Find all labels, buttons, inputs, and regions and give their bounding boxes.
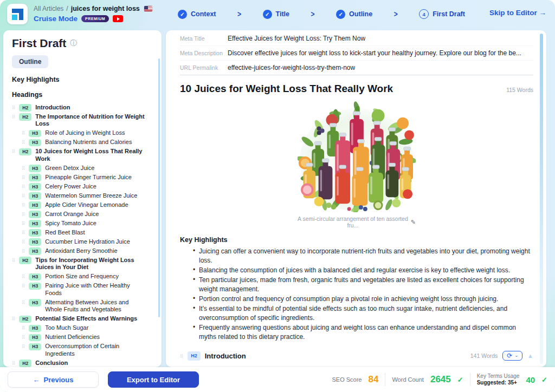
heading-item[interactable]: ⠿H3Green Detox Juice — [22, 164, 156, 173]
drag-handle-icon[interactable]: ⠿ — [12, 360, 15, 367]
drag-handle-icon[interactable]: ⠿ — [22, 273, 25, 280]
heading-item[interactable]: ⠿H3Antioxidant Berry Smoothie — [22, 246, 156, 256]
heading-text: Tips for Incorporating Weight Loss Juice… — [35, 257, 149, 272]
meta-field-value[interactable]: effective-juices-for-weight-loss-try-the… — [228, 64, 355, 71]
collapse-section-icon[interactable]: ▲ — [527, 352, 533, 359]
drag-handle-icon[interactable]: ⠿ — [22, 184, 25, 190]
seo-score-label: SEO Score — [332, 376, 362, 383]
heading-text: Too Much Sugar — [45, 324, 88, 332]
heading-item[interactable]: ⠿H3Pineapple Ginger Turmeric Juice — [22, 173, 156, 182]
word-count-value: 2645 — [430, 374, 451, 385]
heading-item[interactable]: ⠿H3Role of Juicing in Weight Loss — [22, 129, 156, 138]
drag-handle-icon[interactable]: ⠿ — [22, 283, 25, 289]
image-caption: A semi-circular arrangement of ten assor… — [298, 215, 408, 228]
heading-level-badge: H2 — [19, 113, 31, 121]
breadcrumb: All Articles / juices for weight loss — [34, 5, 152, 12]
heading-text: Conclusion — [35, 360, 68, 367]
drag-handle-icon[interactable]: ⠿ — [12, 257, 15, 264]
regenerate-button[interactable]: ⟳ ⌄ — [502, 351, 522, 361]
arrow-left-icon: ← — [33, 376, 40, 384]
footer-bar: ← Previous Export to Editor SEO Score 84… — [0, 367, 555, 392]
drag-handle-icon[interactable]: ⠿ — [22, 165, 25, 172]
previous-button[interactable]: ← Previous — [8, 371, 99, 388]
heading-level-badge: H3 — [29, 201, 41, 209]
heading-item[interactable]: ⠿H3Pairing Juice with Other Healthy Food… — [22, 282, 156, 298]
stepper-step-context[interactable]: ✓Context — [178, 10, 216, 19]
drag-handle-icon[interactable]: ⠿ — [12, 104, 15, 111]
heading-item[interactable]: ⠿H2The Importance of Nutrition for Weigh… — [12, 112, 156, 129]
drag-handle-icon[interactable]: ⠿ — [22, 239, 25, 245]
drag-handle-icon[interactable]: ⠿ — [22, 202, 25, 208]
heading-level-badge: H3 — [29, 192, 41, 200]
drag-handle-icon[interactable]: ⠿ — [12, 114, 15, 120]
meta-field-value[interactable]: Discover effective juices for weight los… — [228, 49, 521, 57]
drag-handle-icon[interactable]: ⠿ — [22, 230, 25, 236]
heading-item[interactable]: ⠿H3Watermelon Summer Breeze Juice — [22, 191, 156, 200]
heading-item[interactable]: ⠿H2Tips for Incorporating Weight Loss Ju… — [12, 256, 156, 272]
content-scrollbar[interactable] — [540, 34, 543, 364]
drag-handle-icon[interactable]: ⠿ — [22, 174, 25, 181]
breadcrumb-root[interactable]: All Articles — [34, 5, 63, 12]
heading-item[interactable]: ⠿H3Balancing Nutrients and Calories — [22, 138, 156, 147]
heading-level-badge: H3 — [29, 130, 41, 138]
heading-item[interactable]: ⠿H2Potential Side Effects and Warnings — [12, 315, 156, 324]
scalenut-logo[interactable] — [7, 4, 28, 24]
heading-item[interactable]: ⠿H3Overconsumption of Certain Ingredient… — [22, 342, 156, 359]
heading-level-badge: H3 — [29, 165, 41, 172]
drag-handle-icon[interactable]: ⠿ — [22, 130, 25, 136]
export-to-editor-button[interactable]: Export to Editor — [108, 371, 199, 388]
drag-handle-icon[interactable]: ⠿ — [22, 299, 25, 306]
drag-handle-icon[interactable]: ⠿ — [22, 325, 25, 331]
sidebar-key-highlights-label[interactable]: Key Highlights — [12, 76, 156, 83]
drag-handle-icon[interactable]: ⠿ — [22, 193, 25, 199]
heading-item[interactable]: ⠿H3Spicy Tomato Juice — [22, 219, 156, 228]
article-title[interactable]: 10 Juices for Weight Loss That Really Wo… — [180, 83, 393, 95]
drag-handle-icon[interactable]: ⠿ — [12, 148, 15, 155]
heading-item[interactable]: ⠿H3Cucumber Lime Hydration Juice — [22, 237, 156, 246]
info-icon[interactable]: ⓘ — [70, 38, 77, 48]
drag-handle-icon[interactable]: ⠿ — [22, 248, 25, 254]
skip-to-editor-button[interactable]: Skip to Editor → — [489, 9, 546, 17]
sidebar-scrollbar[interactable] — [158, 58, 160, 317]
juice-bottles-illustration — [298, 100, 416, 212]
heading-item[interactable]: ⠿H2Conclusion — [12, 358, 156, 367]
heading-text: Overconsumption of Certain Ingredients — [45, 343, 147, 358]
heading-item[interactable]: ⠿H3Alternating Between Juices and Whole … — [22, 298, 156, 315]
arrow-right-icon: → — [539, 9, 547, 17]
drag-handle-icon[interactable]: ⠿ — [22, 139, 25, 146]
heading-item[interactable]: ⠿H3Nutrient Deficiencies — [22, 333, 156, 342]
drag-handle-icon[interactable]: ⠿ — [22, 211, 25, 218]
drag-handle-icon[interactable]: ⠿ — [12, 316, 15, 322]
drag-handle-icon[interactable]: ⠿ — [22, 220, 25, 227]
draft-content-panel: Meta TitleEffective Juices for Weight Lo… — [166, 30, 546, 367]
sidebar-title: First Draft — [12, 37, 66, 50]
heading-item[interactable]: ⠿H3Celery Power Juice — [22, 182, 156, 191]
heading-level-badge: H3 — [29, 238, 41, 246]
meta-field-value[interactable]: Effective Juices for Weight Loss: Try Th… — [228, 35, 365, 42]
stepper-step-title[interactable]: ✓Title — [263, 10, 289, 19]
cruise-mode-label: Cruise Mode — [34, 15, 78, 23]
stepper-step-first-draft[interactable]: 4First Draft — [419, 9, 465, 19]
drag-handle-icon[interactable]: ⠿ — [22, 334, 25, 341]
drag-handle-icon[interactable]: ⠿ — [180, 353, 183, 360]
heading-item[interactable]: ⠿H2Introduction — [12, 103, 156, 112]
section-title[interactable]: Introduction — [205, 352, 246, 360]
refresh-icon: ⟳ — [507, 352, 512, 359]
section-header-introduction: ⠿ H2 Introduction 141 Words ⟳ ⌄ ▲ — [180, 351, 533, 361]
heading-level-badge: H2 — [19, 257, 31, 264]
tab-outline[interactable]: Outline — [12, 55, 48, 68]
heading-level-badge: H2 — [19, 148, 31, 156]
heading-item[interactable]: ⠿H3Apple Cider Vinegar Lemonade — [22, 200, 156, 210]
youtube-icon[interactable] — [113, 15, 123, 22]
heading-item[interactable]: ⠿H3Carrot Orange Juice — [22, 210, 156, 219]
drag-handle-icon[interactable]: ⠿ — [22, 343, 25, 350]
heading-item[interactable]: ⠿H3Portion Size and Frequency — [22, 272, 156, 282]
key-terms-block: Key Terms Usage Suggested: 35+ — [477, 373, 520, 386]
edit-caption-icon[interactable]: ✎ — [411, 219, 416, 226]
heading-item[interactable]: ⠿H3Red Beet Blast — [22, 228, 156, 237]
meta-field-row: Meta DescriptionDiscover effective juice… — [180, 46, 533, 61]
stepper-step-outline[interactable]: ✓Outline — [336, 10, 372, 19]
heading-item[interactable]: ⠿H210 Juices for Weight Loss That Really… — [12, 147, 156, 164]
heading-item[interactable]: ⠿H3Too Much Sugar — [22, 324, 156, 333]
seo-score-value: 84 — [369, 374, 379, 385]
